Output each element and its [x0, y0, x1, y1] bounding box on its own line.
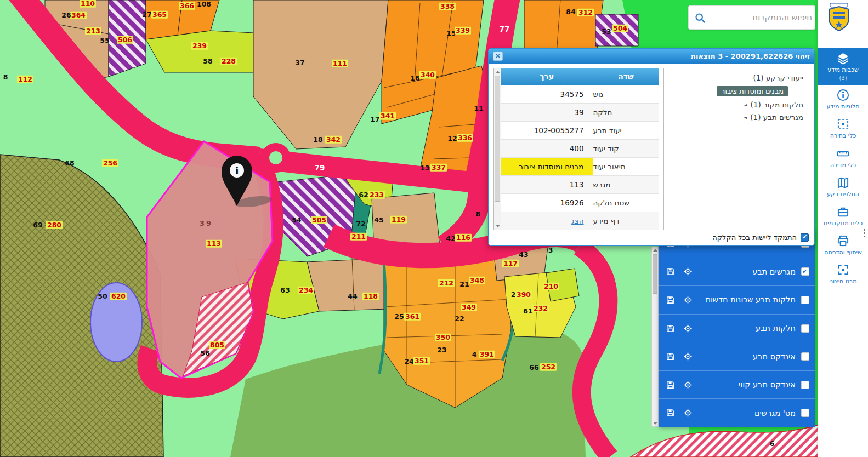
zoom-to-layer-icon[interactable] [683, 408, 693, 418]
close-icon[interactable]: × [493, 52, 503, 61]
result-value: 400 [501, 140, 593, 157]
result-field: דף מידע [593, 212, 659, 230]
scroll-up-arrow-icon[interactable] [653, 249, 657, 252]
result-value: 102-0055277 [501, 122, 593, 139]
result-field: מגרש [593, 176, 659, 193]
sidebar-item-label: החלפת רקע [827, 191, 859, 198]
table-header: ערך שדה [501, 68, 659, 85]
sidebar-item-share-print[interactable]: שיתוף והדפסה [818, 231, 868, 260]
zoom-to-layer-icon[interactable] [683, 324, 693, 333]
layers-icon [837, 52, 849, 65]
result-value: 113 [501, 176, 593, 193]
popup-body: ערך שדה 34575גוש39חלקה102-0055277יעוד תב… [489, 64, 814, 232]
layer-label: מגרשים תבע [701, 267, 796, 276]
info-icon [837, 89, 849, 101]
tools-sidebar: שכבות מידע(3)חלוניות מידעכלי בחירהכלי מד… [818, 0, 868, 457]
result-row: מבנים ומוסדות ציבורתיאור יעוד [501, 157, 659, 175]
layer-visibility-checkbox[interactable] [801, 324, 809, 333]
results-scrollbar[interactable] [494, 68, 501, 230]
save-layer-icon[interactable] [666, 295, 675, 305]
focus-checkbox[interactable] [801, 233, 809, 242]
zone-public-hatched [595, 14, 638, 46]
zoom-to-layer-icon[interactable] [683, 295, 693, 305]
save-layer-icon[interactable] [666, 267, 675, 276]
sidebar-item-label: מבט חיצוני [829, 278, 857, 285]
search-icon[interactable] [694, 12, 706, 24]
layer-row: מס' מגרשים [659, 398, 815, 427]
sidebar-item-label: כלי מדידה [830, 162, 856, 169]
tree-item[interactable]: מגרשים תבע (1)◄ [670, 113, 803, 122]
chevron-left-icon[interactable]: ◄ [744, 115, 747, 120]
zoom-to-layer-icon[interactable] [683, 267, 693, 276]
result-row: הצגדף מידע [501, 212, 659, 230]
layer-label: חלקות תבע שכונות חדשות [701, 295, 796, 304]
result-row: 39חלקה [501, 103, 659, 121]
layer-visibility-checkbox[interactable] [801, 352, 809, 361]
sidebar-item-badge: (3) [839, 75, 847, 81]
zone-chartreuse [546, 269, 579, 301]
save-layer-icon[interactable] [666, 408, 675, 418]
zone-pond [90, 283, 142, 362]
chevron-left-icon[interactable]: ◄ [744, 102, 747, 107]
scroll-up-arrow-icon[interactable] [496, 71, 500, 73]
tree-item[interactable]: ייעודי קרקע (1) [670, 73, 803, 82]
table-rows: 34575גוש39חלקה102-0055277יעוד תבע400קוד … [501, 85, 659, 230]
tree-item[interactable]: מבנים ומוסדות ציבור [670, 86, 803, 96]
printer-icon [837, 235, 849, 247]
sidebar-item-info-panels[interactable]: חלוניות מידע [818, 85, 868, 114]
save-layer-icon[interactable] [666, 380, 675, 390]
layer-row: מגרשים תבע [659, 258, 815, 286]
scrollbar-thumb[interactable] [653, 254, 657, 294]
result-field: שטח חלקה [593, 194, 659, 212]
search-bar [688, 5, 815, 30]
result-row: 34575גוש [501, 85, 659, 103]
result-row: 113מגרש [501, 175, 659, 193]
zoom-to-layer-icon[interactable] [683, 352, 693, 361]
scroll-down-arrow-icon[interactable] [496, 225, 500, 227]
layer-visibility-checkbox[interactable] [801, 267, 809, 276]
sidebar-item-measure-tools[interactable]: כלי מדידה [818, 144, 868, 173]
zoom-to-layer-icon[interactable] [683, 380, 693, 390]
layer-visibility-checkbox[interactable] [801, 381, 809, 389]
measure-icon [837, 147, 849, 160]
sidebar-item-layers[interactable]: שכבות מידע(3) [818, 48, 868, 85]
tree-item-label: חלקות מקור (1) [751, 100, 803, 109]
result-field: חלקה [593, 104, 659, 121]
result-value: 34575 [501, 85, 593, 103]
save-layer-icon[interactable] [666, 352, 675, 361]
sidebar-item-advanced-tools[interactable]: כלים מתקדמים [818, 202, 868, 231]
layer-label: מס' מגרשים [701, 409, 796, 418]
layer-visibility-checkbox[interactable] [801, 409, 809, 417]
layer-visibility-checkbox[interactable] [801, 296, 809, 304]
scroll-down-arrow-icon[interactable] [653, 422, 657, 425]
sidebar-item-selection-tools[interactable]: כלי בחירה [818, 114, 868, 143]
result-value: 39 [501, 104, 593, 121]
layer-label: אינדקס תבע קווי [701, 380, 796, 389]
more-options-dots[interactable] [864, 229, 865, 237]
result-row: 16926שטח חלקה [501, 193, 659, 212]
external-view-icon [837, 264, 849, 276]
sidebar-item-label: כלי בחירה [830, 132, 856, 139]
tree-item-label: מגרשים תבע (1) [750, 113, 803, 122]
tree-item[interactable]: חלקות מקור (1)◄ [670, 100, 803, 109]
tree-selected-result[interactable]: מבנים ומוסדות ציבור [717, 86, 788, 96]
popup-title-bar[interactable]: זיהוי 200291,622626 - 3 תוצאות × [489, 49, 814, 64]
identify-results-popup: זיהוי 200291,622626 - 3 תוצאות × ערך שדה… [488, 48, 815, 246]
scrollbar-thumb[interactable] [495, 76, 500, 202]
focus-checkbox-label: התמקד ליישות בכל הקלקה [712, 233, 797, 242]
sidebar-item-basemap-switch[interactable]: החלפת רקע [818, 173, 868, 202]
result-field: גוש [593, 85, 659, 103]
result-attributes-table: ערך שדה 34575גוש39חלקה102-0055277יעוד תב… [493, 68, 659, 230]
result-value: 16926 [501, 194, 593, 212]
save-layer-icon[interactable] [666, 324, 675, 333]
sidebar-item-external-view[interactable]: מבט חיצוני [818, 260, 868, 289]
search-input[interactable] [706, 13, 812, 22]
zone-public-hatched [109, 0, 146, 77]
sidebar-item-label: שכבות מידע [827, 66, 859, 73]
municipal-logo[interactable] [826, 3, 852, 31]
result-field: תיאור יעוד [593, 158, 659, 175]
layers-panel: מגרשים תבעחלקות תבע שכונות חדשותחלקות תב… [659, 230, 815, 427]
layers-scrollbar[interactable] [651, 247, 659, 427]
info-page-link[interactable]: הצג [501, 212, 593, 230]
popup-footer: התמקד ליישות בכל הקלקה [489, 232, 814, 245]
